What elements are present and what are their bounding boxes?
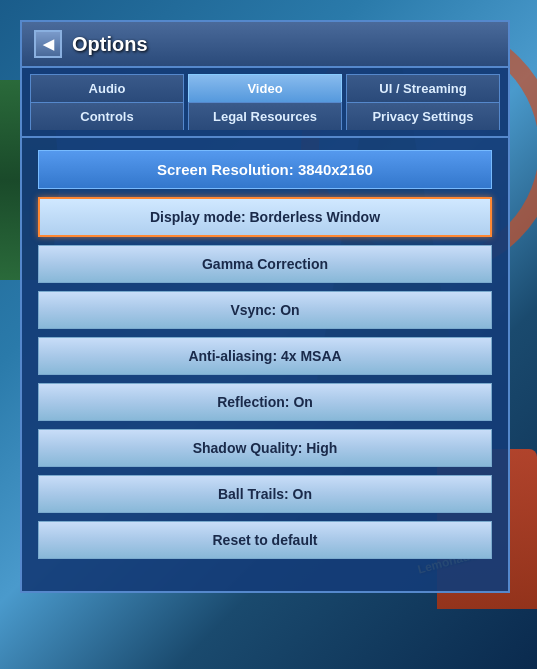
anti-aliasing-button[interactable]: Anti-aliasing: 4x MSAA (38, 337, 492, 375)
ball-trails-button[interactable]: Ball Trails: On (38, 475, 492, 513)
back-icon: ◀ (43, 36, 54, 52)
reset-default-button[interactable]: Reset to default (38, 521, 492, 559)
tab-audio[interactable]: Audio (30, 74, 184, 102)
shadow-quality-button[interactable]: Shadow Quality: High (38, 429, 492, 467)
tab-controls[interactable]: Controls (30, 102, 184, 130)
tab-privacy[interactable]: Privacy Settings (346, 102, 500, 130)
vsync-button[interactable]: Vsync: On (38, 291, 492, 329)
tabs-row-1: Audio Video UI / Streaming (22, 68, 508, 102)
reflection-button[interactable]: Reflection: On (38, 383, 492, 421)
display-mode-button[interactable]: Display mode: Borderless Window (38, 197, 492, 237)
page-title: Options (72, 33, 148, 56)
tab-legal[interactable]: Legal Resources (188, 102, 342, 130)
screen-resolution-button[interactable]: Screen Resolution: 3840x2160 (38, 150, 492, 189)
tab-ui-streaming[interactable]: UI / Streaming (346, 74, 500, 102)
back-button[interactable]: ◀ (34, 30, 62, 58)
tab-video[interactable]: Video (188, 74, 342, 102)
gamma-correction-button[interactable]: Gamma Correction (38, 245, 492, 283)
options-panel: ◀ Options Audio Video UI / Streaming Con… (20, 20, 510, 593)
options-content: Screen Resolution: 3840x2160 Display mod… (22, 138, 508, 571)
tabs-row-2: Controls Legal Resources Privacy Setting… (22, 102, 508, 138)
title-bar: ◀ Options (22, 22, 508, 68)
